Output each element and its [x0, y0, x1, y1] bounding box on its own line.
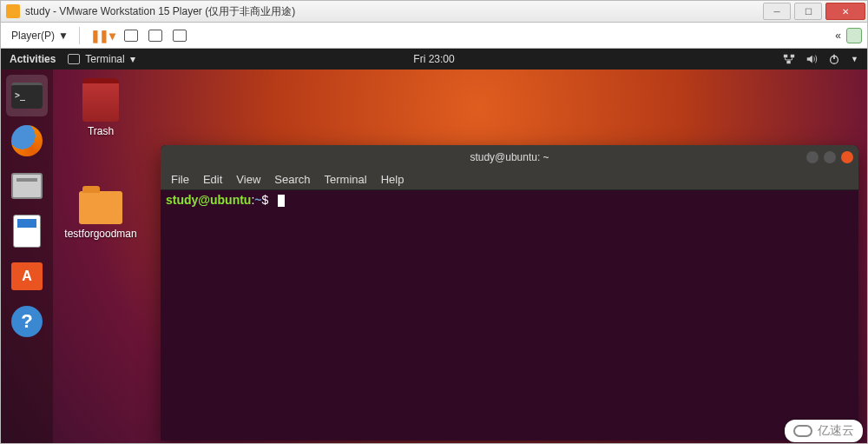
vmware-icon: [6, 4, 20, 18]
close-button[interactable]: ✕: [825, 3, 865, 20]
terminal-titlebar[interactable]: study@ubuntu: ~: [161, 145, 858, 169]
activities-button[interactable]: Activities: [10, 53, 56, 65]
terminal-close-button[interactable]: [841, 151, 853, 163]
terminal-menubar: File Edit View Search Terminal Help: [161, 169, 858, 190]
window-title: study - VMware Workstation 15 Player (仅用…: [25, 4, 761, 19]
terminal-window[interactable]: study@ubuntu: ~ File Edit View Search Te…: [161, 145, 858, 441]
writer-icon: [13, 215, 41, 248]
folder-icon: [79, 191, 122, 224]
topbar-app-menu[interactable]: Terminal ▾: [68, 53, 135, 65]
cursor: [278, 195, 285, 207]
desktop-trash[interactable]: Trash: [62, 78, 140, 137]
fullscreen-icon: [148, 30, 162, 42]
vmware-toolbar: Player(P) ▼ ❚❚ ▾ «: [0, 23, 868, 49]
menu-edit[interactable]: Edit: [203, 173, 222, 186]
power-icon: [828, 53, 840, 65]
menu-help[interactable]: Help: [381, 173, 404, 186]
trash-label: Trash: [62, 125, 140, 137]
volume-icon: [806, 53, 818, 65]
ubuntu-desktop: Activities Terminal ▾ Fri 23:00 ▼ A ? Tr…: [0, 49, 868, 444]
terminal-maximize-button[interactable]: [824, 151, 836, 163]
vmware-titlebar: study - VMware Workstation 15 Player (仅用…: [0, 0, 868, 23]
gnome-topbar: Activities Terminal ▾ Fri 23:00 ▼: [1, 49, 867, 70]
dock-firefox[interactable]: [6, 120, 48, 162]
separator: [79, 27, 80, 44]
watermark: 亿速云: [785, 420, 863, 442]
collapse-button[interactable]: «: [830, 28, 846, 43]
cad-icon: [124, 30, 138, 42]
firefox-icon: [11, 125, 43, 156]
clock[interactable]: Fri 23:00: [413, 53, 454, 65]
chevron-down-icon: ▼: [851, 55, 858, 63]
dock-help[interactable]: ?: [6, 301, 48, 342]
terminal-icon: [11, 83, 43, 109]
desktop-folder-testforgoodman[interactable]: testforgoodman: [62, 191, 140, 240]
menu-view[interactable]: View: [236, 173, 260, 186]
folder-label: testforgoodman: [62, 228, 140, 240]
files-icon: [11, 173, 43, 199]
svg-rect-4: [833, 55, 835, 59]
trash-icon: [82, 78, 119, 122]
dock-files[interactable]: [6, 165, 48, 207]
maximize-button[interactable]: ☐: [794, 3, 822, 20]
software-icon: A: [11, 262, 43, 290]
cloud-icon: [793, 425, 812, 437]
prompt-path: ~: [254, 193, 261, 207]
svg-rect-2: [786, 61, 790, 64]
menu-file[interactable]: File: [171, 173, 189, 186]
preferences-icon[interactable]: [846, 28, 862, 43]
dropdown-icon: ▼: [58, 30, 69, 42]
dock-writer[interactable]: [6, 210, 48, 252]
help-icon: ?: [11, 306, 43, 337]
menu-terminal[interactable]: Terminal: [325, 173, 367, 186]
prompt-symbol: $: [262, 193, 269, 207]
network-icon: [783, 53, 795, 65]
terminal-body[interactable]: study@ubuntu:~$: [161, 190, 858, 210]
ubuntu-dock: A ?: [1, 70, 53, 443]
svg-rect-1: [791, 55, 794, 58]
pause-button[interactable]: ❚❚ ▾: [85, 27, 119, 44]
watermark-text: 亿速云: [818, 423, 854, 439]
window-controls: ─ ☐ ✕: [761, 1, 867, 22]
terminal-title: study@ubuntu: ~: [470, 151, 549, 163]
unity-icon: [173, 30, 187, 42]
desktop-icons: Trash testforgoodman: [62, 78, 140, 260]
player-menu[interactable]: Player(P) ▼: [6, 28, 74, 43]
terminal-window-controls: [806, 151, 853, 163]
menu-search[interactable]: Search: [274, 173, 310, 186]
svg-rect-0: [784, 55, 787, 58]
fullscreen-button[interactable]: [143, 28, 168, 43]
dock-software[interactable]: A: [6, 255, 48, 297]
minimize-button[interactable]: ─: [763, 3, 791, 20]
dock-terminal[interactable]: [6, 75, 48, 116]
chevron-down-icon: ▾: [130, 53, 135, 65]
topbar-app-label: Terminal: [85, 53, 124, 65]
player-menu-label: Player(P): [11, 30, 55, 42]
terminal-icon: [68, 54, 80, 64]
prompt-user-host: study@ubuntu: [166, 193, 251, 207]
terminal-minimize-button[interactable]: [806, 151, 819, 163]
system-tray[interactable]: ▼: [783, 53, 858, 65]
unity-button[interactable]: [168, 28, 192, 43]
send-ctrl-alt-del-button[interactable]: [119, 28, 143, 43]
